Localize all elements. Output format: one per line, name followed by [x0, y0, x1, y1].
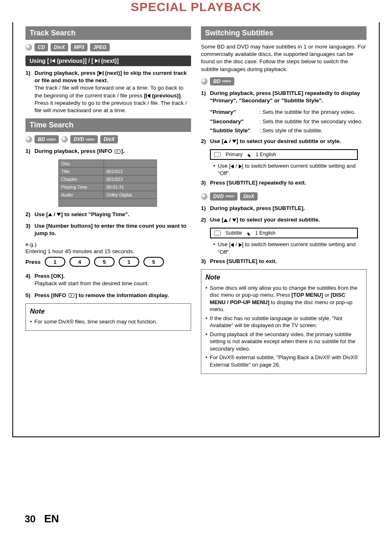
disc-icon: [61, 136, 68, 143]
osd-icon: [214, 152, 221, 157]
step-number: 2): [201, 138, 210, 145]
table-cell: [59, 199, 157, 206]
press-button-row: Press 1 4 5 1 5: [25, 257, 191, 267]
number-button: 1: [45, 257, 65, 267]
osd-icon: [214, 231, 221, 235]
bd-badge-row: BDVIDEO: [201, 77, 367, 85]
down-arrow-icon: [232, 140, 236, 143]
down-arrow-icon: [57, 213, 61, 216]
up-arrow-icon: [48, 213, 52, 216]
time-search-steps-3: 4) Press [OK]. Playback will start from …: [25, 272, 191, 299]
definition-row: "Secondary" : Sets the subtitle for the …: [210, 118, 367, 125]
section-time-search-title: Time Search: [25, 118, 191, 132]
def-desc: Sets style of the subtitle.: [263, 127, 323, 134]
step-number: 1): [201, 90, 210, 104]
section-track-search-title: Track Search: [25, 26, 191, 40]
step-number: 3): [25, 222, 35, 237]
note-item: For DivX® external subtitle, "Playing Ba…: [210, 354, 362, 368]
using-prev-next-bar: Using [ (previous)] / [ (next)]: [25, 55, 191, 66]
table-cell: Title: [59, 167, 104, 175]
step-number: 5): [25, 292, 35, 299]
table-cell: Disc: [59, 159, 104, 167]
badge-mp3: MP3: [71, 43, 88, 51]
osd-display: Subtitle 1 English: [210, 228, 358, 238]
def-term: "Primary": [210, 108, 259, 116]
step-body-text: Playback will start from the desired tim…: [35, 280, 149, 286]
sub-bullet: Use [ / ] to switch between current subt…: [213, 241, 367, 256]
step-lead: Use [ / ] to select your desired subtitl…: [210, 216, 367, 224]
example-text: Entering 1 hour 45 minutes and 15 second…: [25, 248, 191, 254]
badge-cd: CD: [35, 43, 48, 51]
left-arrow-icon: [231, 164, 234, 169]
osd-text: 1 English: [256, 152, 276, 157]
step-lead: Press [SUBTITLE] to exit.: [210, 258, 367, 265]
badge-dvd: DVDVIDEO: [70, 135, 98, 143]
prev-ref: [ (previous)]: [144, 92, 180, 99]
page-frame: Track Search CD DivX MP3 JPEG Using [ (p…: [12, 22, 380, 437]
table-cell: Chapter: [59, 175, 104, 183]
disc-icon: [201, 193, 208, 200]
badge-bd: BDVIDEO: [210, 77, 234, 85]
osd-text: 1 English: [255, 230, 275, 236]
step-lead: Use [ / ] to select "Playing Time".: [35, 211, 191, 218]
up-arrow-icon: [224, 140, 228, 143]
step-lead: During playback, press [SUBTITLE] repeat…: [210, 90, 367, 104]
updown-indicator-icon: [247, 231, 250, 236]
track-search-badges: CD DivX MP3 JPEG: [25, 43, 191, 51]
badge-bd: BDVIDEO: [35, 135, 59, 143]
dvd-steps: 1) During playback, press [SUBTITLE]. 2)…: [201, 205, 367, 224]
def-desc: Sets the subtitle for the primary video.: [263, 108, 356, 116]
page-language: EN: [44, 512, 59, 525]
badge-divx: DivX: [51, 43, 68, 51]
bd-steps: 1) During playback, press [SUBTITLE] rep…: [201, 90, 367, 104]
number-button: 5: [94, 257, 115, 267]
table-cell: 00:01:31: [104, 183, 157, 191]
left-arrow-icon: [231, 243, 234, 247]
sub-bullet: Use [ / ] to switch between current subt…: [213, 162, 367, 177]
note-item: For some DivX® files, time search may no…: [35, 318, 157, 325]
note-box: Note Some discs will only allow you to c…: [201, 269, 367, 374]
step-number: 2): [201, 216, 210, 224]
right-column: Switching Subtitles Some BD and DVD may …: [201, 26, 367, 374]
left-column: Track Search CD DivX MP3 JPEG Using [ (p…: [25, 26, 191, 374]
note-title: Note: [30, 307, 187, 316]
def-desc: Sets the subtitle for the secondary vide…: [263, 118, 363, 125]
dvd-badge-row: DVDVIDEO DivX: [201, 192, 367, 201]
bd-steps-3: 3) Press [SUBTITLE] repeatedly to exit.: [201, 179, 367, 187]
skip-next-icon: [99, 71, 104, 75]
step-number: 1): [201, 205, 210, 212]
step-lead: Use [ / ] to select your desired subtitl…: [210, 138, 367, 145]
note-title: Note: [205, 273, 362, 282]
step-number: 1): [25, 69, 35, 114]
page-footer: 30 EN: [25, 512, 59, 525]
def-term: "Secondary": [210, 118, 259, 125]
dvd-steps-2: 3) Press [SUBTITLE] to exit.: [201, 258, 367, 265]
step-number: 4): [25, 272, 35, 287]
right-arrow-icon: [239, 243, 242, 247]
skip-previous-icon: [51, 59, 55, 63]
definition-row: "Primary" : Sets the subtitle for the pr…: [210, 108, 367, 116]
badge-jpeg: JPEG: [90, 43, 110, 51]
step-number: 3): [201, 258, 210, 265]
track-search-steps: 1) During playback, press [ (next)] to s…: [25, 69, 191, 114]
table-cell: 001/012: [104, 167, 157, 175]
table-cell: 001/023: [104, 175, 157, 183]
osd-text: Subtitle: [226, 230, 242, 236]
bd-steps-2: 2) Use [ / ] to select your desired subt…: [201, 138, 367, 145]
page-number: 30: [25, 513, 36, 524]
info-icon: [69, 293, 74, 298]
subbar-text-b: (previous)] / [: [57, 58, 93, 64]
info-icon: [115, 150, 120, 154]
osd-display: Primary 1 English: [210, 149, 358, 160]
press-label: Press: [25, 259, 41, 265]
note-item: Some discs will only allow you to change…: [210, 284, 362, 313]
number-button: 5: [143, 257, 164, 267]
subbar-text-c: (next)]: [101, 58, 119, 64]
number-button: 4: [69, 257, 90, 267]
right-arrow-icon: [239, 164, 242, 169]
definition-row: "Subtitle Style" : Sets style of the sub…: [210, 127, 367, 134]
step-number: 3): [201, 179, 210, 187]
table-cell: [104, 159, 157, 167]
intro-paragraph: Some BD and DVD may have subtitles in 1 …: [201, 43, 367, 73]
step-lead: During playback, press [INFO ].: [35, 148, 191, 155]
